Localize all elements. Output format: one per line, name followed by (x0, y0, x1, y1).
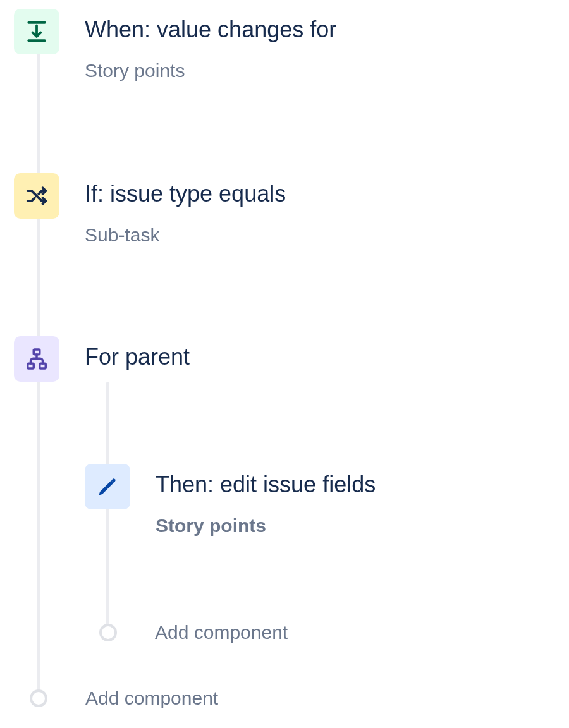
action-icon-box (85, 464, 130, 509)
branch-icon-box (14, 336, 59, 382)
trigger-subtitle: Story points (85, 60, 336, 82)
branch-body: For parent (85, 336, 190, 372)
trigger-icon-box (14, 9, 59, 54)
add-circle-icon (30, 689, 47, 707)
add-component-branch-label: Add component (155, 622, 288, 643)
condition-subtitle: Sub-task (85, 224, 286, 246)
branch-title: For parent (85, 343, 190, 372)
add-component-root-label: Add component (85, 688, 218, 709)
trigger-title: When: value changes for (85, 15, 336, 45)
add-component-root[interactable]: Add component (30, 688, 218, 709)
pencil-icon (96, 475, 119, 498)
condition-icon-box (14, 173, 59, 219)
branch-step[interactable]: For parent (14, 336, 555, 382)
condition-title: If: issue type equals (85, 179, 286, 209)
add-circle-icon (99, 624, 117, 641)
action-body: Then: edit issue fields Story points (156, 464, 376, 537)
trigger-step[interactable]: When: value changes for Story points (14, 9, 555, 82)
add-component-branch[interactable]: Add component (99, 622, 288, 643)
shuffle-icon (25, 184, 49, 208)
action-step[interactable]: Then: edit issue fields Story points (85, 464, 569, 537)
trigger-body: When: value changes for Story points (85, 9, 336, 82)
action-title: Then: edit issue fields (156, 470, 376, 500)
sitemap-icon (25, 347, 49, 371)
condition-step[interactable]: If: issue type equals Sub-task (14, 173, 555, 246)
action-subtitle: Story points (156, 515, 376, 537)
download-to-line-icon (25, 20, 49, 44)
condition-body: If: issue type equals Sub-task (85, 173, 286, 246)
